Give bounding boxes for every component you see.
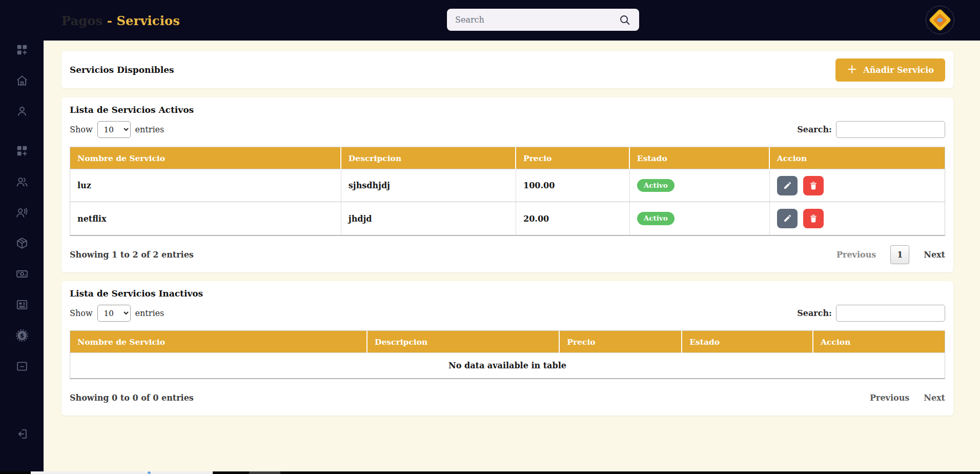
showing-entries-text: Showing 1 to 2 of 2 entries	[70, 250, 194, 260]
column-header-precio[interactable]: Precio	[516, 147, 630, 169]
avatar[interactable]	[926, 6, 954, 34]
trash-icon	[809, 181, 818, 190]
inactive-length-control: Show 10 entries	[70, 305, 164, 322]
edit-button[interactable]	[777, 209, 798, 228]
modules-grid-plus-icon[interactable]	[15, 144, 29, 157]
column-header-nombre[interactable]: Nombre de Servicio	[70, 331, 368, 353]
global-search	[447, 9, 639, 31]
showing-entries-text: Showing 0 to 0 of 0 entries	[70, 393, 194, 403]
cell-estado: Activo	[630, 202, 770, 235]
dashboard-grid-plus-icon[interactable]	[15, 43, 29, 56]
header-row: Nombre de Servicio Descripcion Precio Es…	[70, 331, 945, 353]
taskbar-search-sliver	[31, 471, 213, 474]
inactive-table-search-input[interactable]	[836, 305, 945, 322]
entries-label: entries	[135, 125, 165, 134]
next-button[interactable]: Next	[924, 250, 945, 260]
pagination: Previous 1 Next	[836, 245, 945, 264]
column-header-accion[interactable]: Accion	[813, 331, 945, 353]
next-button[interactable]: Next	[924, 393, 945, 403]
search-label: Search:	[797, 308, 832, 318]
status-badge: Activo	[637, 179, 675, 192]
edit-icon	[783, 214, 792, 223]
table-row: luz sjhsdhjdj 100.00 Activo	[70, 169, 945, 202]
add-service-label: Añadir Servicio	[863, 65, 934, 75]
taskbar-edge	[0, 471, 980, 474]
avatar-diamond-icon	[928, 8, 951, 31]
page-title: Pagos - Servicios	[62, 13, 180, 28]
available-services-title: Servicios Disponibles	[70, 65, 174, 75]
active-table-controls: Show 10 entries Search:	[70, 121, 945, 138]
active-page-size-select[interactable]: 10	[97, 121, 131, 138]
column-header-descripcion[interactable]: Descripcion	[368, 331, 560, 353]
active-table-search-input[interactable]	[836, 121, 945, 138]
edit-icon	[783, 181, 792, 190]
logout-icon[interactable]	[15, 427, 29, 441]
svg-text:$: $	[19, 332, 24, 339]
status-badge: Activo	[637, 212, 675, 225]
column-header-descripcion[interactable]: Descripcion	[341, 147, 516, 169]
empty-table-row: No data available in table	[70, 353, 945, 378]
search-label: Search:	[797, 125, 832, 134]
inactive-table-footer: Showing 0 to 0 of 0 entries Previous Nex…	[70, 388, 945, 407]
cell-nombre: luz	[70, 169, 341, 202]
inactive-services-table: Nombre de Servicio Descripcion Precio Es…	[70, 330, 945, 379]
page-title-prefix: Pagos	[62, 13, 103, 28]
delete-button[interactable]	[803, 176, 824, 195]
active-services-table: Nombre de Servicio Descripcion Precio Es…	[70, 147, 945, 236]
header-row: Nombre de Servicio Descripcion Precio Es…	[70, 147, 945, 169]
column-header-precio[interactable]: Precio	[560, 331, 682, 353]
column-header-accion[interactable]: Accion	[770, 147, 945, 169]
show-label: Show	[70, 125, 93, 134]
user-voice-icon[interactable]	[15, 206, 29, 219]
no-data-message: No data available in table	[70, 353, 945, 378]
page-number-button[interactable]: 1	[890, 245, 909, 264]
previous-button[interactable]: Previous	[870, 393, 909, 403]
sidebar: $	[0, 0, 44, 471]
search-icon[interactable]	[619, 14, 631, 26]
active-services-card: Lista de Servicios Activos Show 10 entri…	[62, 97, 953, 272]
inactive-services-title: Lista de Servicios Inactivos	[70, 288, 945, 299]
main-content: Servicios Disponibles + Añadir Servicio …	[44, 41, 980, 471]
cell-estado: Activo	[630, 169, 770, 202]
inactive-search-control: Search:	[797, 305, 945, 322]
package-icon[interactable]	[15, 236, 29, 250]
previous-button[interactable]: Previous	[836, 250, 876, 260]
newspaper-icon[interactable]	[15, 298, 29, 311]
money-icon[interactable]	[15, 267, 29, 281]
column-header-estado[interactable]: Estado	[682, 331, 813, 353]
cell-precio: 100.00	[516, 169, 630, 202]
column-header-estado[interactable]: Estado	[630, 147, 770, 169]
cell-accion	[770, 202, 945, 235]
show-label: Show	[70, 308, 93, 318]
home-icon[interactable]	[15, 74, 29, 87]
inactive-table-controls: Show 10 entries Search:	[70, 305, 945, 322]
inactive-page-size-select[interactable]: 10	[97, 305, 131, 322]
cell-descripcion: sjhsdhjdj	[341, 169, 516, 202]
available-services-card: Servicios Disponibles + Añadir Servicio	[62, 51, 953, 88]
global-search-input[interactable]	[455, 15, 619, 25]
archive-icon[interactable]	[15, 360, 29, 373]
table-row: netflix jhdjd 20.00 Activo	[70, 202, 945, 235]
user-icon[interactable]	[15, 105, 29, 118]
cell-nombre: netflix	[70, 202, 341, 235]
users-icon[interactable]	[15, 175, 29, 188]
cell-descripcion: jhdjd	[341, 202, 516, 235]
dollar-badge-icon[interactable]: $	[15, 329, 29, 342]
cell-accion	[770, 169, 945, 202]
active-services-title: Lista de Servicios Activos	[70, 105, 945, 115]
taskbar-button-sliver	[249, 471, 280, 474]
active-length-control: Show 10 entries	[70, 121, 164, 138]
taskbar-icon-sliver	[148, 471, 151, 474]
page-title-suffix: - Servicios	[107, 13, 180, 28]
cell-precio: 20.00	[516, 202, 630, 235]
trash-icon	[809, 214, 818, 223]
pagination: Previous Next	[870, 393, 945, 403]
active-search-control: Search:	[797, 121, 945, 138]
add-service-button[interactable]: + Añadir Servicio	[835, 58, 945, 82]
active-table-footer: Showing 1 to 2 of 2 entries Previous 1 N…	[70, 245, 945, 264]
edit-button[interactable]	[777, 176, 798, 195]
delete-button[interactable]	[803, 209, 824, 228]
topbar: Pagos - Servicios	[0, 0, 980, 41]
column-header-nombre[interactable]: Nombre de Servicio	[70, 147, 341, 169]
inactive-services-card: Lista de Servicios Inactivos Show 10 ent…	[62, 281, 953, 416]
